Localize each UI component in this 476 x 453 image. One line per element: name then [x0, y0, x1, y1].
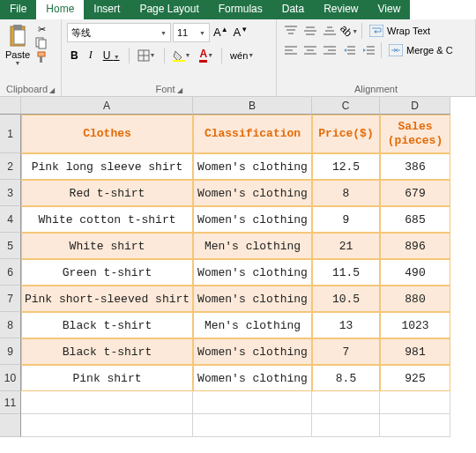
cell[interactable]: Green t-shirt [21, 259, 193, 286]
cell[interactable]: Black t-shirt [21, 312, 193, 338]
cell[interactable]: 12.5 [312, 153, 380, 180]
cell[interactable]: 13 [312, 312, 380, 338]
cell[interactable]: 8 [312, 180, 380, 206]
increase-font-button[interactable]: A▲ [212, 26, 230, 39]
orientation-button[interactable]: ab▼ [340, 23, 358, 39]
font-name-select[interactable]: 等线▼ [67, 23, 171, 42]
cell[interactable]: Women's clothing [193, 180, 312, 206]
col-header-B[interactable]: B [193, 97, 312, 115]
cell[interactable]: Pink long sleeve shirt [21, 153, 193, 180]
col-header-D[interactable]: D [380, 97, 450, 115]
align-top-button[interactable] [282, 23, 300, 39]
cell[interactable]: Women's clothing [193, 153, 312, 180]
paste-button[interactable]: Paste ▼ [5, 23, 30, 66]
merge-center-button[interactable]: Merge & C [385, 42, 457, 58]
cell[interactable]: 896 [380, 233, 450, 259]
decrease-font-button[interactable]: A▼ [232, 26, 250, 39]
cell[interactable] [21, 414, 193, 437]
cell[interactable]: White shirt [21, 233, 193, 259]
cell[interactable] [312, 391, 380, 414]
row-header-7[interactable]: 7 [0, 286, 21, 312]
col-header-A[interactable]: A [21, 97, 193, 115]
border-button[interactable]: ▼ [135, 48, 159, 63]
cell[interactable]: 679 [380, 180, 450, 206]
col-header-C[interactable]: C [312, 97, 380, 115]
align-bottom-button[interactable] [321, 23, 338, 39]
tab-review[interactable]: Review [314, 0, 368, 19]
font-color-button[interactable]: A▼ [197, 46, 216, 64]
row-header-8[interactable]: 8 [0, 312, 21, 338]
copy-button[interactable] [33, 37, 49, 49]
row-header-10[interactable]: 10 [0, 365, 21, 391]
italic-button[interactable]: I [86, 47, 96, 63]
tab-home[interactable]: Home [36, 0, 84, 19]
increase-indent-button[interactable] [360, 42, 377, 58]
cell[interactable]: Pink shirt [21, 365, 193, 391]
cell[interactable]: 386 [380, 153, 450, 180]
wrap-text-button[interactable]: Wrap Text [366, 23, 434, 39]
cell[interactable]: Women's clothing [193, 338, 312, 365]
cell[interactable] [380, 414, 450, 437]
align-center-button[interactable] [301, 42, 319, 58]
cell[interactable]: 8.5 [312, 365, 380, 391]
cell[interactable]: Price($) [312, 115, 380, 153]
cell[interactable] [312, 414, 380, 437]
cell[interactable]: Women's clothing [193, 365, 312, 391]
cut-button[interactable]: ✂ [33, 23, 49, 35]
cell[interactable]: 925 [380, 365, 450, 391]
align-middle-button[interactable] [301, 23, 319, 39]
row-header-5[interactable]: 5 [0, 233, 21, 259]
cell[interactable]: Women's clothing [193, 206, 312, 233]
tab-data[interactable]: Data [272, 0, 314, 19]
cell[interactable]: Men's clothing [193, 312, 312, 338]
cell[interactable] [21, 391, 193, 414]
row-header-4[interactable]: 4 [0, 206, 21, 233]
select-all-corner[interactable] [0, 97, 21, 115]
tab-insert[interactable]: Insert [84, 0, 130, 19]
row-header-11[interactable]: 11 [0, 391, 21, 414]
cell[interactable]: 11.5 [312, 259, 380, 286]
font-size-select[interactable]: 11▼ [173, 23, 210, 42]
cell[interactable]: 685 [380, 206, 450, 233]
underline-button[interactable]: U ▼ [100, 48, 123, 63]
row-header-3[interactable]: 3 [0, 180, 21, 206]
format-painter-button[interactable] [33, 51, 49, 63]
row-header-9[interactable]: 9 [0, 338, 21, 365]
align-right-button[interactable] [321, 42, 338, 58]
bold-button[interactable]: B [67, 48, 82, 63]
cell[interactable]: Sales(pieces) [380, 115, 450, 153]
cell[interactable]: 490 [380, 259, 450, 286]
fill-color-button[interactable]: ▼ [170, 48, 194, 63]
cell[interactable]: 9 [312, 206, 380, 233]
cell[interactable]: 981 [380, 338, 450, 365]
row-header-12[interactable] [0, 414, 21, 437]
cell[interactable]: Women's clothing [193, 259, 312, 286]
align-left-button[interactable] [282, 42, 300, 58]
cell[interactable]: Red t-shirt [21, 180, 193, 206]
tab-view[interactable]: View [368, 0, 411, 19]
tab-formulas[interactable]: Formulas [209, 0, 272, 19]
cell[interactable] [193, 391, 312, 414]
cell[interactable]: White cotton t-shirt [21, 206, 193, 233]
row-header-2[interactable]: 2 [0, 153, 21, 180]
phonetic-button[interactable]: wén▼ [227, 48, 257, 63]
cell[interactable]: 7 [312, 338, 380, 365]
cell[interactable]: 10.5 [312, 286, 380, 312]
cell[interactable] [380, 391, 450, 414]
cell[interactable]: Classification [193, 115, 312, 153]
row-header-1[interactable]: 1 [0, 115, 21, 153]
tab-file[interactable]: File [0, 0, 36, 19]
cell[interactable]: Clothes [21, 115, 193, 153]
cell[interactable]: 21 [312, 233, 380, 259]
cell[interactable]: 880 [380, 286, 450, 312]
decrease-indent-button[interactable] [340, 42, 358, 58]
cell[interactable]: Men's clothing [193, 233, 312, 259]
row-header-6[interactable]: 6 [0, 259, 21, 286]
tab-page-layout[interactable]: Page Layout [130, 0, 208, 19]
cell[interactable]: Pink short-sleeved shirt [21, 286, 193, 312]
cell[interactable]: Women's clothing [193, 286, 312, 312]
cell[interactable] [193, 414, 312, 437]
cell[interactable]: Black t-shirt [21, 338, 193, 365]
cell[interactable]: 1023 [380, 312, 450, 338]
chevron-down-icon: ▼ [160, 30, 167, 36]
